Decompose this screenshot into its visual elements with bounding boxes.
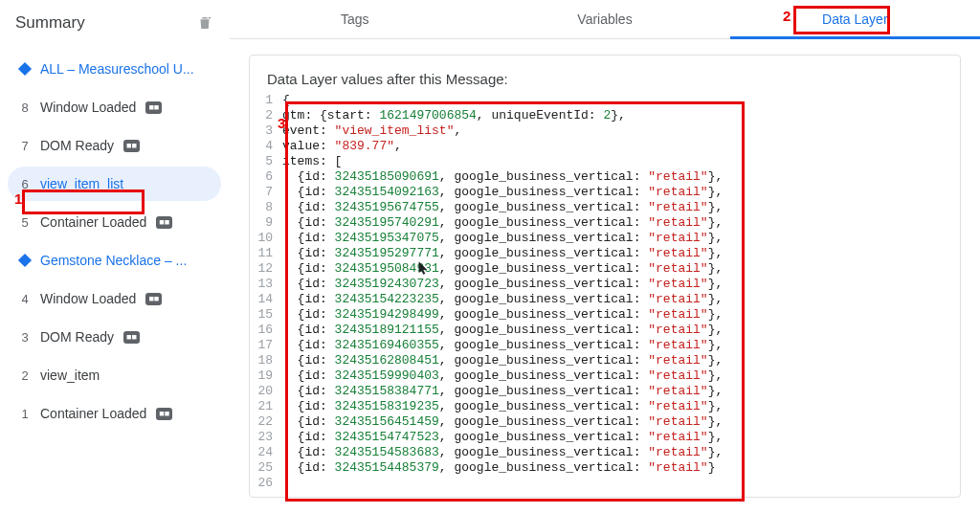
item-label: Window Loaded [40, 291, 136, 306]
sidebar-event[interactable]: 6view_item_list [8, 167, 221, 201]
event-index: 3 [19, 330, 31, 345]
diamond-icon [18, 254, 32, 267]
code-block: 1234567891011121314151617181920212223242… [250, 93, 960, 491]
diamond-icon [18, 62, 32, 76]
sidebar-event[interactable]: 4Window Loaded■■ [8, 281, 221, 316]
item-label: Container Loaded [40, 406, 146, 421]
item-label: view_item_list [40, 176, 123, 191]
sidebar-event[interactable]: 8Window Loaded■■ [8, 90, 221, 124]
api-chip: ■■ [145, 101, 162, 114]
api-chip: ■■ [123, 140, 140, 152]
clear-icon[interactable] [196, 14, 213, 32]
event-list: ALL – Measureschool U...8Window Loaded■■… [0, 50, 229, 433]
code-gutter: 1234567891011121314151617181920212223242… [250, 93, 282, 491]
sidebar-event[interactable]: 3DOM Ready■■ [8, 320, 221, 354]
api-chip: ■■ [156, 408, 172, 420]
event-index: 4 [19, 292, 31, 306]
event-index: 1 [19, 407, 31, 421]
event-index: 6 [19, 177, 31, 191]
event-index: 8 [19, 100, 31, 115]
tab-variables[interactable]: Variables [479, 0, 729, 38]
api-chip: ■■ [145, 293, 162, 305]
data-layer-panel: Data Layer values after this Message: 12… [249, 55, 961, 498]
tab-label: Data Layer [822, 11, 887, 27]
sidebar-group[interactable]: Gemstone Necklace – ... [8, 243, 221, 278]
item-label: ALL – Measureschool U... [40, 61, 194, 77]
sidebar: Summary ALL – Measureschool U...8Window … [0, 0, 230, 513]
item-label: Window Loaded [40, 100, 136, 115]
event-index: 2 [19, 368, 31, 383]
tab-label: Tags [341, 11, 369, 27]
sidebar-event[interactable]: 2view_item [8, 358, 221, 392]
event-index: 7 [19, 139, 31, 153]
sidebar-event[interactable]: 1Container Loaded■■ [8, 396, 221, 431]
item-label: view_item [40, 368, 100, 383]
sidebar-event[interactable]: 7DOM Ready■■ [8, 128, 221, 163]
sidebar-group[interactable]: ALL – Measureschool U... [8, 52, 221, 86]
tab-tags[interactable]: Tags [230, 0, 479, 38]
event-index: 5 [19, 215, 31, 230]
tab-label: Variables [577, 11, 632, 27]
item-label: Container Loaded [40, 214, 146, 230]
api-chip: ■■ [123, 331, 140, 344]
main: Tags Variables Data Layer Data Layer val… [230, 0, 980, 513]
item-label: Gemstone Necklace – ... [40, 253, 187, 268]
api-chip: ■■ [156, 216, 172, 229]
tab-data-layer[interactable]: Data Layer [730, 0, 980, 38]
sidebar-event[interactable]: 5Container Loaded■■ [8, 205, 221, 239]
summary-header: Summary [0, 0, 229, 50]
panel-title: Data Layer values after this Message: [250, 56, 960, 87]
summary-title: Summary [15, 13, 85, 33]
code-source: {gtm: {start: 1621497006854, uniqueEvent… [282, 93, 960, 491]
tabs: Tags Variables Data Layer [230, 0, 980, 39]
item-label: DOM Ready [40, 329, 114, 345]
item-label: DOM Ready [40, 138, 114, 153]
